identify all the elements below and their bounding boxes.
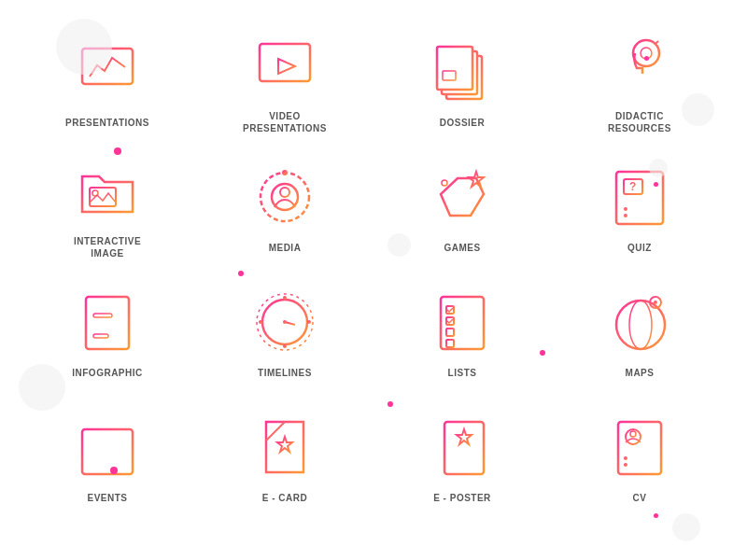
item-e-card[interactable]: E - CARD [196,394,374,519]
svg-point-13 [633,40,659,66]
svg-rect-38 [93,314,112,317]
item-dossier[interactable]: DOSSIER [374,19,551,144]
games-label: GAMES [444,242,480,254]
svg-line-78 [266,422,285,441]
svg-point-90 [630,431,636,437]
maps-label: MAPS [626,367,655,379]
svg-point-34 [624,214,627,217]
lists-icon [425,285,500,359]
lists-label: LISTS [448,367,477,379]
interactive-image-icon [70,153,145,228]
infographic-label: INFOGRAPHIC [72,367,143,379]
dossier-icon [425,35,500,109]
svg-point-23 [280,188,289,197]
media-icon [247,160,322,234]
svg-point-94 [624,463,627,467]
svg-point-44 [283,296,287,300]
item-lists[interactable]: LISTS [374,269,551,394]
svg-line-16 [655,41,658,44]
item-e-poster[interactable]: E - POSTER [374,394,551,519]
cv-label: CV [633,492,647,504]
media-label: MEDIA [269,242,302,254]
svg-point-92 [624,456,627,460]
svg-marker-6 [278,59,295,74]
e-card-label: E - CARD [262,492,307,504]
item-events[interactable]: EVENTS [19,394,196,519]
events-icon [70,410,145,484]
svg-rect-9 [437,47,472,90]
dossier-label: DOSSIER [440,117,486,129]
maps-icon [602,285,677,359]
svg-point-50 [283,320,287,324]
events-label: EVENTS [87,492,127,504]
quiz-label: QUIZ [627,242,652,254]
games-icon [425,160,500,234]
item-quiz[interactable]: ? QUIZ [551,144,728,269]
svg-point-24 [282,170,288,175]
timelines-icon [247,285,322,359]
didactic-resources-icon [602,28,677,103]
svg-rect-59 [446,340,454,347]
e-poster-label: E - POSTER [433,492,491,504]
item-video-presentations[interactable]: VIDEO PRESENTATIONS [196,19,374,144]
didactic-resources-label: DIDACTIC RESOURCES [608,110,671,134]
cv-icon [602,410,677,484]
item-media[interactable]: MEDIA [196,144,374,269]
e-poster-icon [425,410,500,484]
svg-point-67 [654,301,657,304]
svg-text:?: ? [629,180,636,193]
item-interactive-image[interactable]: INTERACTIVE IMAGE [19,144,196,269]
svg-point-46 [259,320,262,324]
svg-rect-41 [93,334,108,338]
content-grid: PRESENTATIONS VIDEO PRESENTATIONS [19,19,728,519]
e-card-icon [247,410,322,484]
item-maps[interactable]: MAPS [551,269,728,394]
interactive-image-label: INTERACTIVE IMAGE [74,235,141,259]
presentations-label: PRESENTATIONS [65,117,149,129]
svg-point-45 [283,344,287,348]
svg-point-32 [624,207,627,211]
svg-point-27 [442,180,447,186]
item-timelines[interactable]: TIMELINES [196,269,374,394]
video-presentations-label: VIDEO PRESENTATIONS [243,110,327,134]
video-presentations-icon [247,28,322,103]
svg-marker-83 [457,429,472,444]
item-cv[interactable]: CV [551,394,728,519]
infographic-icon [70,285,145,359]
svg-rect-57 [446,329,454,336]
timelines-label: TIMELINES [258,367,312,379]
svg-marker-79 [277,437,292,452]
svg-point-47 [307,320,311,324]
